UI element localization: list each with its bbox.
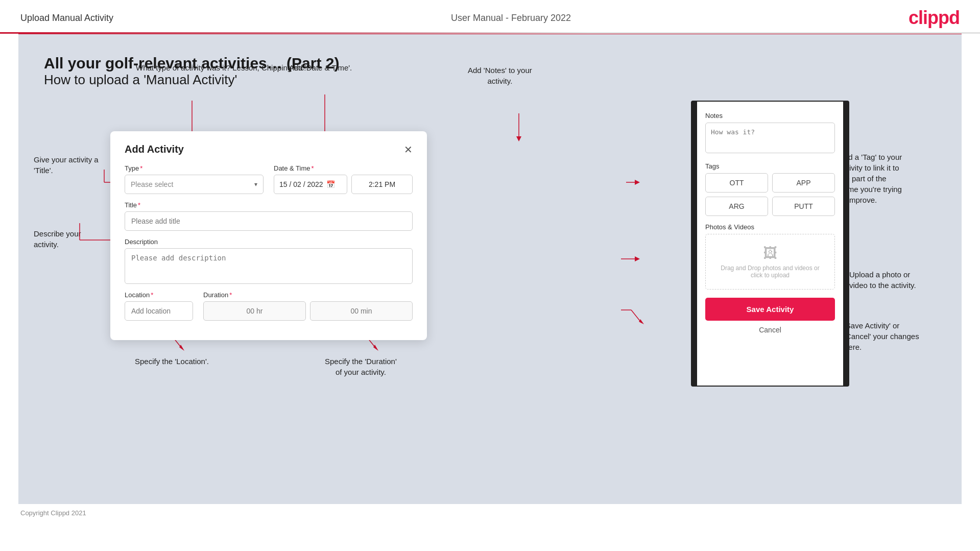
date-input[interactable]: 15 / 02 / 2022 📅 [274, 175, 347, 194]
svg-marker-16 [373, 345, 378, 351]
add-activity-modal: Add Activity ✕ Type* ▾ Please select [110, 131, 427, 340]
title-label: Title* [125, 201, 413, 209]
svg-marker-25 [639, 319, 644, 324]
annotation-location: Specify the 'Location'. [135, 356, 209, 367]
form-group-location: Location* [125, 291, 193, 321]
annotation-title: Give your activity a'Title'. [34, 154, 99, 176]
datetime-label: Date & Time* [274, 164, 413, 172]
form-row-title: Title* [125, 201, 413, 231]
cancel-link[interactable]: Cancel [705, 326, 835, 334]
modal-header: Add Activity ✕ [125, 143, 413, 155]
tags-grid: OTT APP ARG PUTT [705, 173, 835, 216]
save-activity-button[interactable]: Save Activity [705, 298, 835, 321]
location-label: Location* [125, 291, 193, 299]
tag-app[interactable]: APP [772, 173, 835, 193]
duration-label: Duration* [203, 291, 413, 299]
form-group-type: Type* ▾ Please select [125, 164, 264, 194]
modal-title: Add Activity [125, 143, 184, 155]
tag-arg[interactable]: ARG [705, 197, 768, 216]
svg-marker-13 [179, 345, 184, 351]
annotation-tags: Add a 'Tag' to youractivity to link it t… [839, 152, 941, 205]
modal-close-button[interactable]: ✕ [404, 145, 413, 155]
upload-icon: 🖼 [716, 245, 824, 261]
top-bar: Upload Manual Activity User Manual - Feb… [0, 0, 980, 34]
main-content: All your golf-relevant activities… (Part… [18, 34, 962, 504]
type-label: Type* [125, 164, 264, 172]
type-select[interactable] [125, 175, 264, 194]
photos-section: Photos & Videos 🖼 Drag and Drop photos a… [705, 223, 835, 290]
annotation-notes: Add 'Notes' to youractivity. [468, 65, 532, 86]
annotation-date-time: Add 'Date & Time'. [289, 62, 352, 73]
tag-ott[interactable]: OTT [705, 173, 768, 193]
svg-line-24 [631, 310, 641, 323]
svg-marker-20 [635, 180, 640, 185]
title-input[interactable] [125, 211, 413, 231]
notes-textarea[interactable] [705, 123, 835, 153]
tags-label: Tags [705, 162, 835, 170]
time-value: 2:21 PM [369, 180, 395, 188]
form-group-duration: Duration* [203, 291, 413, 321]
duration-group [203, 301, 413, 321]
annotation-duration: Specify the 'Duration'of your activity. [325, 356, 397, 377]
date-value: 15 / 02 / 2022 [279, 180, 323, 188]
form-row-type-datetime: Type* ▾ Please select Date & Time* 15 / … [125, 164, 413, 194]
photos-label: Photos & Videos [705, 223, 835, 231]
svg-marker-18 [516, 136, 521, 141]
duration-min-input[interactable] [310, 301, 413, 321]
duration-hr-input[interactable] [203, 301, 306, 321]
annotation-save-cancel: 'Save Activity' or'Cancel' your changesh… [844, 320, 951, 352]
type-select-wrapper: ▾ Please select [125, 175, 264, 194]
upload-text: Drag and Drop photos and videos or click… [716, 265, 824, 279]
form-group-datetime: Date & Time* 15 / 02 / 2022 📅 2:21 PM [274, 164, 413, 194]
page-label: Upload Manual Activity [20, 13, 113, 23]
notes-label: Notes [705, 112, 835, 119]
tags-section: Tags OTT APP ARG PUTT [705, 162, 835, 216]
description-textarea[interactable] [125, 248, 413, 284]
annotation-photos: Upload a photo orvideo to the activity. [849, 269, 951, 291]
annotation-description: Describe youractivity. [34, 228, 81, 250]
annotation-activity-type: What type of activity was it? Lesson, Ch… [136, 62, 306, 73]
form-group-description: Description [125, 238, 413, 284]
upload-box[interactable]: 🖼 Drag and Drop photos and videos or cli… [705, 234, 835, 290]
date-time-group: 15 / 02 / 2022 📅 2:21 PM [274, 175, 413, 194]
copyright: Copyright Clippd 2021 [0, 504, 980, 522]
location-input[interactable] [125, 301, 193, 321]
form-row-location-duration: Location* Duration* [125, 291, 413, 321]
manual-label: User Manual - February 2022 [451, 13, 571, 23]
logo: clippd [909, 7, 960, 29]
form-group-title: Title* [125, 201, 413, 231]
notes-section: Notes [705, 112, 835, 162]
form-row-description: Description [125, 238, 413, 284]
calendar-icon: 📅 [326, 180, 335, 188]
description-label: Description [125, 238, 413, 246]
svg-marker-22 [635, 256, 640, 261]
phone-panel: Notes Tags OTT APP ARG PUTT Photos & Vid… [691, 101, 849, 387]
time-input[interactable]: 2:21 PM [351, 175, 413, 194]
tag-putt[interactable]: PUTT [772, 197, 835, 216]
